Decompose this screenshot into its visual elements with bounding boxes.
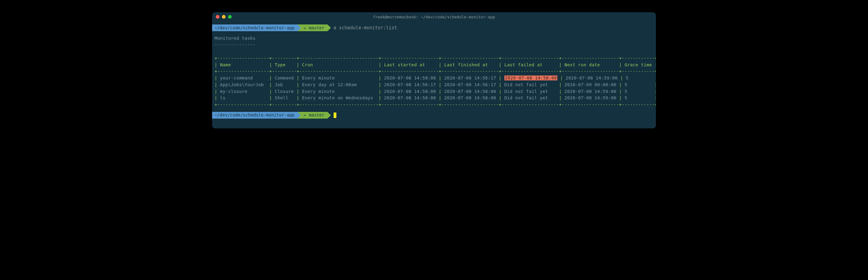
prompt-path: ~/dev/code/schedule-monitor-app: [212, 112, 298, 118]
titlebar: freek@murzemacbook: ~/dev/code/schedule-…: [212, 12, 656, 22]
minimize-icon[interactable]: [222, 15, 225, 19]
cursor-icon: [334, 112, 336, 118]
terminal-window: freek@murzemacbook: ~/dev/code/schedule-…: [212, 12, 656, 128]
prompt-path: ~/dev/code/schedule-monitor-app: [212, 25, 298, 31]
traffic-lights: [216, 15, 232, 19]
prompt-branch: ← master: [298, 112, 327, 118]
window-title: freek@murzemacbook: ~/dev/code/schedule-…: [373, 15, 495, 19]
prompt-branch: ← master: [298, 25, 327, 31]
command-output: Monitored tasks --------------- +-------…: [212, 34, 656, 109]
prompt-line-1: ~/dev/code/schedule-monitor-app ← master…: [212, 24, 656, 32]
command-text: a schedule-monitor:list: [334, 25, 397, 32]
prompt-line-2: ~/dev/code/schedule-monitor-app ← master: [212, 111, 656, 119]
close-icon[interactable]: [216, 15, 219, 19]
terminal-body[interactable]: ~/dev/code/schedule-monitor-app ← master…: [212, 22, 656, 128]
maximize-icon[interactable]: [228, 15, 232, 19]
